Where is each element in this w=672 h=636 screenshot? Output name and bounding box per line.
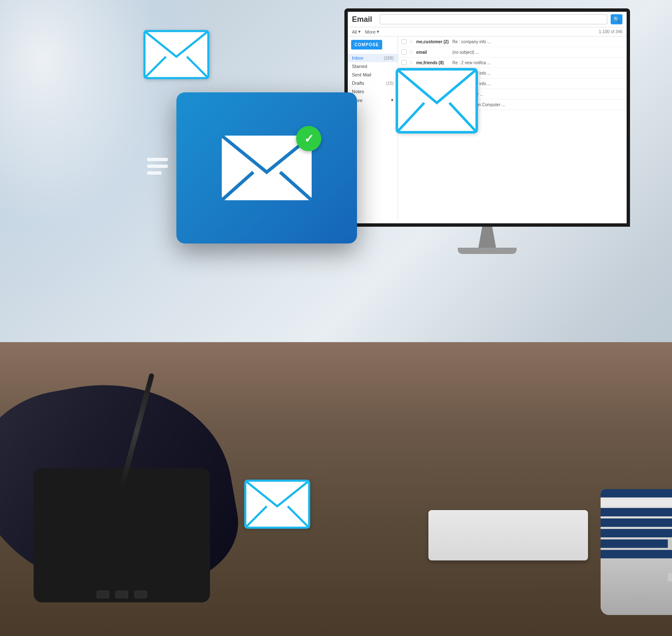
envelope-icon [244, 479, 311, 529]
star-icon[interactable]: ☆ [409, 60, 414, 65]
coffee-mug [580, 468, 672, 615]
monitor-base [458, 248, 517, 254]
email-header: Email 🔍 [348, 12, 627, 27]
tablet-button [134, 591, 147, 598]
email-card-lines [147, 158, 168, 178]
search-input[interactable] [380, 14, 607, 24]
tablet-button [97, 591, 109, 598]
envelope-icon [395, 67, 479, 134]
mug-handle [668, 539, 672, 581]
email-count: 1-100 of 346 [599, 29, 622, 34]
chevron-down-icon: ▾ [391, 97, 394, 103]
chevron-down-icon: ▾ [358, 29, 361, 34]
envelope-icon [143, 29, 210, 80]
envelope-top-left [143, 29, 210, 81]
more-filter-button[interactable]: More ▾ [365, 29, 379, 34]
sidebar-item-inbox[interactable]: Inbox (169) [348, 54, 398, 62]
search-icon: 🔍 [613, 16, 620, 23]
person-area [0, 258, 294, 636]
checkmark-icon: ✓ [304, 132, 314, 146]
email-card: ✓ [176, 92, 357, 243]
email-body: COMPOSE Inbox (169) Starred Sent Mail D [348, 37, 627, 219]
monitor-screen: Email 🔍 All ▾ More ▾ 1-1 [344, 8, 630, 227]
screen-display: Email 🔍 All ▾ More ▾ 1-1 [348, 12, 627, 223]
star-icon[interactable]: ☆ [409, 49, 414, 55]
email-app-title: Email [352, 15, 372, 24]
main-envelope: ✓ [220, 134, 313, 202]
check-badge: ✓ [296, 126, 321, 151]
sidebar-item-drafts[interactable]: Drafts (10) [348, 79, 398, 87]
email-toolbar: All ▾ More ▾ 1-100 of 346 [348, 27, 627, 37]
envelope-top-right [395, 67, 479, 136]
email-checkbox[interactable] [402, 50, 407, 55]
table-row[interactable]: ☆ me,friends (8) Re : 2 new notifca ... [398, 58, 627, 68]
email-checkbox[interactable] [402, 39, 407, 44]
line-decoration [147, 171, 162, 175]
all-filter-button[interactable]: All ▾ [352, 29, 361, 34]
tablet-button [116, 591, 128, 598]
table-row[interactable]: ☆ email (no subject) ... [398, 47, 627, 58]
line-decoration [147, 165, 168, 168]
graphics-tablet [34, 468, 210, 602]
star-icon[interactable]: ☆ [409, 39, 414, 44]
email-client: Email 🔍 All ▾ More ▾ 1-1 [348, 12, 627, 223]
monitor-stand [475, 227, 500, 248]
sidebar-item-starred[interactable]: Starred [348, 62, 398, 71]
line-decoration [147, 158, 168, 161]
monitor: Email 🔍 All ▾ More ▾ 1-1 [344, 8, 630, 260]
search-button[interactable]: 🔍 [611, 14, 622, 24]
sidebar-item-notes[interactable]: Notes [348, 87, 398, 96]
keyboard [428, 510, 588, 560]
email-checkbox[interactable] [402, 60, 407, 65]
compose-button[interactable]: COMPOSE [351, 40, 382, 50]
table-row[interactable]: ☆ me,customer (2) Re : company info ... [398, 37, 627, 47]
chevron-down-icon: ▾ [377, 29, 379, 34]
sidebar-item-sentmail[interactable]: Sent Mail [348, 71, 398, 79]
envelope-bottom-center [244, 479, 311, 531]
